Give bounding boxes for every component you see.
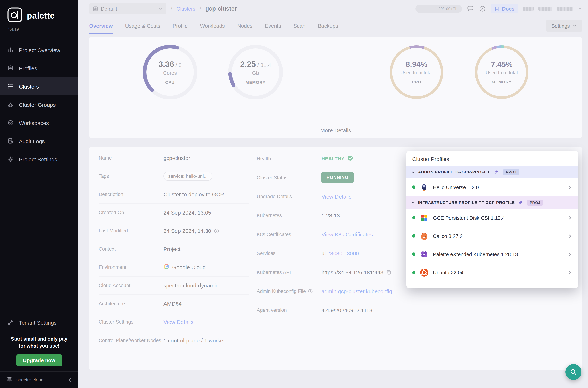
breadcrumb-separator: / [200, 6, 201, 12]
pack-row-calico[interactable]: Calico 3.27.2 [406, 227, 578, 245]
usage-quota-pill: 1.29/100kCh [415, 5, 462, 13]
tab-scan[interactable]: Scan [294, 18, 305, 34]
detail-value: Project [163, 246, 181, 252]
docs-button[interactable]: Docs [491, 4, 518, 13]
topbar: Default / Clusters / gcp-cluster 1.29/10… [78, 0, 588, 18]
tab-events[interactable]: Events [265, 18, 281, 34]
tab-overview[interactable]: Overview [89, 18, 113, 34]
detail-label: Control Plane/Worker Nodes [99, 338, 163, 343]
service-name: ui [321, 250, 326, 256]
sidebar-item-audit-logs[interactable]: Audit Logs [0, 132, 78, 150]
memory-total-value: / 31.4 [257, 62, 271, 68]
copy-icon[interactable] [386, 270, 391, 275]
breadcrumb-separator: / [171, 6, 172, 12]
sidebar-item-project-overview[interactable]: Project Overview [0, 41, 78, 59]
info-icon[interactable] [308, 289, 313, 293]
settings-button[interactable]: Settings [546, 20, 582, 32]
chat-icon[interactable] [467, 5, 474, 12]
chevron-down-icon[interactable] [578, 7, 582, 11]
target-icon [7, 120, 14, 126]
detail-label: Health [257, 156, 321, 161]
kubeconfig-link[interactable]: admin.gcp-cluster.kubeconfig [321, 288, 392, 294]
sidebar-menu: Project Overview Profiles Clusters Clust… [0, 41, 78, 168]
breadcrumb-clusters-link[interactable]: Clusters [177, 6, 195, 12]
detail-value: 4.4.9/20240912.1118 [321, 307, 372, 313]
detail-row-tags: Tags service: hello-uni... [99, 167, 249, 185]
tab-profile[interactable]: Profile [173, 18, 187, 34]
cpu-unit: Cores [163, 70, 177, 76]
status-dot [412, 271, 415, 274]
chevron-right-icon [567, 185, 572, 190]
pack-row-gce-disk[interactable]: GCE Persistent Disk CSI 1.12.4 [406, 209, 578, 227]
sidebar-item-project-settings[interactable]: Project Settings [0, 150, 78, 168]
sidebar-item-label: Project Settings [19, 156, 57, 162]
utilization-card: 3.36 / 8 Cores CPU 2.25 [89, 37, 582, 138]
chevron-right-icon [567, 233, 572, 239]
service-port-link[interactable]: :3000 [345, 250, 359, 256]
sidebar-item-profiles[interactable]: Profiles [0, 59, 78, 77]
pack-name: Ubuntu 22.04 [433, 270, 563, 275]
sidebar-item-workspaces[interactable]: Workspaces [0, 114, 78, 132]
tab-nodes[interactable]: Nodes [237, 18, 252, 34]
sidebar-item-label: Cluster Groups [19, 101, 56, 108]
detail-label: Kubernetes [257, 213, 321, 218]
detail-row-created-on: Created On 24 Sep 2024, 13:05 [99, 204, 249, 222]
addon-profile-header[interactable]: ADDON PROFILE TF-GCP-PROFILE PROJ [406, 166, 578, 178]
docs-label: Docs [502, 6, 515, 12]
cpu-caption: CPU [165, 80, 175, 85]
service-port-link[interactable]: :8080 [329, 250, 342, 256]
chain-link-icon[interactable] [518, 200, 523, 205]
help-compass-icon[interactable] [479, 5, 486, 12]
detail-label: Cluster Status [257, 175, 321, 180]
health-status: HEALTHY [321, 156, 344, 161]
tab-workloads[interactable]: Workloads [200, 18, 225, 34]
detail-label: Upgrade Details [257, 194, 321, 199]
detail-label: Environment [99, 265, 163, 270]
pack-row-hello-universe[interactable]: Hello Universe 1.2.0 [406, 178, 578, 196]
collapse-sidebar-icon[interactable] [67, 377, 72, 382]
sidebar-item-clusters[interactable]: Clusters [0, 77, 78, 96]
upgrade-view-details-link[interactable]: View Details [321, 193, 352, 199]
pack-name: Hello Universe 1.2.0 [433, 184, 563, 190]
tab-backups[interactable]: Backups [318, 18, 338, 34]
chain-link-icon[interactable] [494, 170, 499, 174]
cluster-tabs: Overview Usage & Costs Profile Workloads… [78, 18, 588, 34]
upgrade-button[interactable]: Upgrade now [16, 355, 62, 366]
pack-row-pxk[interactable]: Palette eXtended Kubernetes 1.28.13 [406, 245, 578, 263]
layers-icon [7, 65, 14, 72]
view-certificates-link[interactable]: View K8s Certificates [321, 231, 373, 237]
view-details-link[interactable]: View Details [163, 319, 194, 325]
infrastructure-profile-header[interactable]: INFRASTRUCTURE PROFILE TF-GCP-PROFILE PR… [406, 196, 578, 209]
redacted-item [523, 7, 534, 11]
tag-pill[interactable]: service: hello-uni... [163, 171, 212, 181]
tab-usage-costs[interactable]: Usage & Costs [125, 18, 160, 34]
project-selector[interactable]: Default [89, 3, 166, 14]
more-details-button[interactable]: More Details [89, 127, 582, 133]
calico-icon [419, 231, 429, 241]
profile-name: ADDON PROFILE TF-GCP-PROFILE [418, 170, 491, 174]
tools-icon [7, 319, 14, 326]
hello-universe-icon [419, 182, 429, 192]
cpu-total-value: / 8 [176, 62, 181, 68]
cpu-total-pct: 8.94% [406, 60, 427, 69]
chevron-down-icon [411, 170, 415, 174]
pack-row-ubuntu[interactable]: Ubuntu 22.04 [406, 263, 578, 282]
info-icon[interactable] [214, 228, 219, 233]
main-area: Default / Clusters / gcp-cluster 1.29/10… [78, 0, 588, 388]
memory-total-label: Used from total [486, 70, 518, 75]
search-fab-button[interactable] [565, 364, 581, 380]
bar-chart-icon [7, 47, 14, 53]
detail-value: Google Cloud [172, 264, 205, 270]
ubuntu-icon [419, 268, 429, 277]
scope-badge: PROJ [527, 199, 543, 206]
sidebar-item-tenant-settings[interactable]: Tenant Settings [0, 313, 78, 332]
detail-label: Kubernetes API [257, 269, 321, 275]
app-version: 4.4.19 [0, 25, 78, 31]
project-selector-value: Default [101, 6, 117, 12]
memory-total-caption: MEMORY [492, 80, 512, 84]
breadcrumb-current: gcp-cluster [205, 5, 237, 12]
pack-name: Calico 3.27.2 [433, 233, 563, 239]
sidebar-item-cluster-groups[interactable]: Cluster Groups [0, 96, 78, 114]
detail-label: K8s Certificates [257, 232, 321, 237]
brand-name: palette [27, 11, 55, 21]
